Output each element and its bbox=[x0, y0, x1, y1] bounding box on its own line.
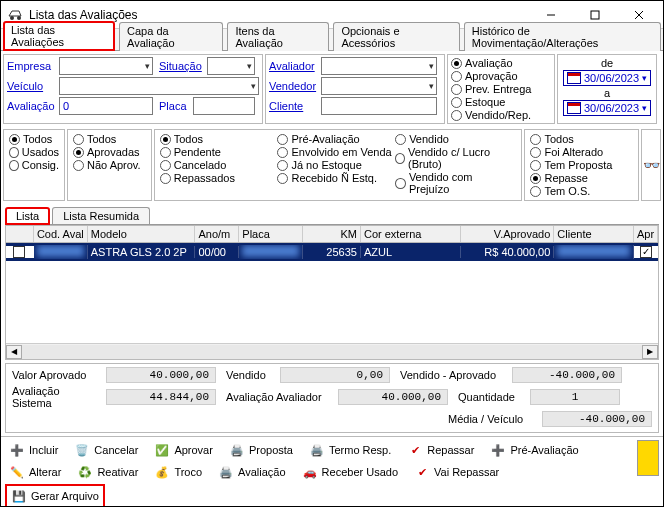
link-cliente[interactable]: Cliente bbox=[269, 100, 319, 112]
lbl: Proposta bbox=[249, 444, 293, 456]
lbl-vend-aprov: Vendido - Aprovado bbox=[400, 369, 508, 381]
radio-c-pendente[interactable]: Pendente bbox=[160, 146, 278, 158]
scroll-left-button[interactable]: ◀ bbox=[6, 345, 22, 359]
termo-button[interactable]: 🖨️Termo Resp. bbox=[305, 440, 395, 460]
tab-lista-avaliacoes[interactable]: Lista das Avaliações bbox=[3, 21, 115, 51]
val-aval-avaliador: 40.000,00 bbox=[338, 389, 448, 405]
radio-d-proposta[interactable]: Tem Proposta bbox=[530, 159, 633, 171]
row-checkbox[interactable] bbox=[13, 246, 25, 258]
tab-historico[interactable]: Histórico de Movimentação/Alterações bbox=[464, 22, 661, 51]
filter-group-2: Avaliador Vendedor Cliente bbox=[265, 54, 445, 124]
repassar-button[interactable]: ✔Repassar bbox=[403, 440, 478, 460]
row-aprovado-checkbox[interactable] bbox=[640, 246, 652, 258]
alterar-button[interactable]: ✏️Alterar bbox=[5, 462, 65, 482]
input-placa[interactable] bbox=[193, 97, 255, 115]
incluir-button[interactable]: ➕Incluir bbox=[5, 440, 62, 460]
radio-estoque[interactable]: Estoque bbox=[451, 96, 551, 108]
avaliacoes-grid: Cod. Aval Modelo Ano/m Placa KM Cor exte… bbox=[5, 225, 659, 360]
proposta-button[interactable]: 🖨️Proposta bbox=[225, 440, 297, 460]
main-tabs: Lista das Avaliações Capa da Avaliação I… bbox=[1, 29, 663, 51]
gh-check[interactable] bbox=[6, 226, 34, 242]
radio-c-jaestoque[interactable]: Já no Estoque bbox=[277, 159, 395, 171]
gh-apr[interactable]: Apr bbox=[634, 226, 658, 242]
radio-a-consig[interactable]: Consig. bbox=[9, 159, 59, 171]
lbl: Repasse bbox=[544, 172, 587, 184]
combo-vendedor[interactable] bbox=[321, 77, 437, 95]
cancelar-button[interactable]: 🗑️Cancelar bbox=[70, 440, 142, 460]
radio-c-preaval[interactable]: Pré-Avaliação bbox=[277, 133, 395, 145]
car-in-icon: 🚗 bbox=[302, 464, 318, 480]
radio-d-temos[interactable]: Tem O.S. bbox=[530, 185, 633, 197]
tab-capa[interactable]: Capa da Avaliação bbox=[119, 22, 223, 51]
radio-b-todos[interactable]: Todos bbox=[73, 133, 146, 145]
subtab-lista[interactable]: Lista bbox=[5, 207, 50, 225]
radio-c-vendprej[interactable]: Vendido com Prejuízo bbox=[395, 171, 513, 195]
plus-icon: ➕ bbox=[490, 442, 506, 458]
gh-ano[interactable]: Ano/m bbox=[195, 226, 239, 242]
radio-c-vendlucro[interactable]: Vendido c/ Lucro (Bruto) bbox=[395, 146, 513, 170]
gh-placa[interactable]: Placa bbox=[239, 226, 303, 242]
combo-situacao[interactable] bbox=[207, 57, 255, 75]
search-button[interactable]: 👓 bbox=[641, 129, 661, 201]
scroll-right-button[interactable]: ▶ bbox=[642, 345, 658, 359]
lbl: Pré-Avaliação bbox=[510, 444, 578, 456]
grid-hscrollbar[interactable]: ◀ ▶ bbox=[6, 343, 658, 359]
radio-b-aprovadas[interactable]: Aprovadas bbox=[73, 146, 146, 158]
gh-cliente[interactable]: Cliente bbox=[554, 226, 634, 242]
gerar-arquivo-button[interactable]: 💾Gerar Arquivo bbox=[5, 484, 105, 507]
troco-button[interactable]: 💰Troco bbox=[150, 462, 206, 482]
radio-c-recnestq[interactable]: Recebido Ñ Estq. bbox=[277, 172, 395, 184]
grid-body[interactable]: ASTRA GLS 2.0 2P 00/00 25635 AZUL R$ 40.… bbox=[6, 243, 658, 343]
check-icon: ✔ bbox=[407, 442, 423, 458]
reativar-button[interactable]: ♻️Reativar bbox=[73, 462, 142, 482]
aprovar-button[interactable]: ✅Aprovar bbox=[150, 440, 217, 460]
avaliacao-button[interactable]: 🖨️Avaliação bbox=[214, 462, 290, 482]
vai-repassar-button[interactable]: ✔Vai Repassar bbox=[410, 462, 503, 482]
date-from[interactable]: 30/06/2023 bbox=[563, 70, 651, 86]
radio-c-vendido[interactable]: Vendido bbox=[395, 133, 513, 145]
radio-d-alterado[interactable]: Foi Alterado bbox=[530, 146, 633, 158]
gh-vaprov[interactable]: V.Aprovado bbox=[461, 226, 555, 242]
subtab-lista-resumida[interactable]: Lista Resumida bbox=[52, 207, 150, 224]
gh-codaval[interactable]: Cod. Aval bbox=[34, 226, 88, 242]
tab-opcionais[interactable]: Opcionais e Acessórios bbox=[333, 22, 459, 51]
gh-modelo[interactable]: Modelo bbox=[88, 226, 196, 242]
receber-button[interactable]: 🚗Receber Usado bbox=[298, 462, 402, 482]
exit-button[interactable] bbox=[637, 440, 659, 476]
radio-aprovacao[interactable]: Aprovação bbox=[451, 70, 551, 82]
table-row[interactable]: ASTRA GLS 2.0 2P 00/00 25635 AZUL R$ 40.… bbox=[6, 243, 658, 261]
radio-c-todos[interactable]: Todos bbox=[160, 133, 278, 145]
val-vendido: 0,00 bbox=[280, 367, 390, 383]
link-vendedor[interactable]: Vendedor bbox=[269, 80, 319, 92]
tab-itens[interactable]: Itens da Avaliação bbox=[227, 22, 329, 51]
radio-d-todos[interactable]: Todos bbox=[530, 133, 633, 145]
radio-a-usados[interactable]: Usados bbox=[9, 146, 59, 158]
preavaliacao-button[interactable]: ➕Pré-Avaliação bbox=[486, 440, 582, 460]
gh-cor[interactable]: Cor externa bbox=[361, 226, 461, 242]
gh-km[interactable]: KM bbox=[303, 226, 361, 242]
val-vend-aprov: -40.000,00 bbox=[512, 367, 622, 383]
date-to[interactable]: 30/06/2023 bbox=[563, 100, 651, 116]
edit-icon: ✏️ bbox=[9, 464, 25, 480]
radio-d-repasse[interactable]: Repasse bbox=[530, 172, 633, 184]
radio-c-cancelado[interactable]: Cancelado bbox=[160, 159, 278, 171]
radio-c-envvenda[interactable]: Envolvido em Venda bbox=[277, 146, 395, 158]
link-avaliador[interactable]: Avaliador bbox=[269, 60, 319, 72]
radio-c-repassados[interactable]: Repassados bbox=[160, 172, 278, 184]
combo-avaliador[interactable] bbox=[321, 57, 437, 75]
radio-vendidorep[interactable]: Vendido/Rep. bbox=[451, 109, 551, 121]
lbl: Já no Estoque bbox=[291, 159, 361, 171]
radio-avaliacao[interactable]: Avaliação bbox=[451, 57, 551, 69]
scroll-track[interactable] bbox=[22, 345, 642, 359]
lbl: Não Aprov. bbox=[87, 159, 141, 171]
radio-a-todos[interactable]: Todos bbox=[9, 133, 59, 145]
radio-preventrega[interactable]: Prev. Entrega bbox=[451, 83, 551, 95]
link-situacao[interactable]: Situação bbox=[159, 60, 205, 72]
radio-b-naoaprov[interactable]: Não Aprov. bbox=[73, 159, 146, 171]
combo-veiculo[interactable] bbox=[59, 77, 259, 95]
input-avaliacao[interactable]: 0 bbox=[59, 97, 153, 115]
lbl: Todos bbox=[544, 133, 573, 145]
link-veiculo[interactable]: Veículo bbox=[7, 80, 57, 92]
combo-empresa[interactable] bbox=[59, 57, 153, 75]
input-cliente[interactable] bbox=[321, 97, 437, 115]
